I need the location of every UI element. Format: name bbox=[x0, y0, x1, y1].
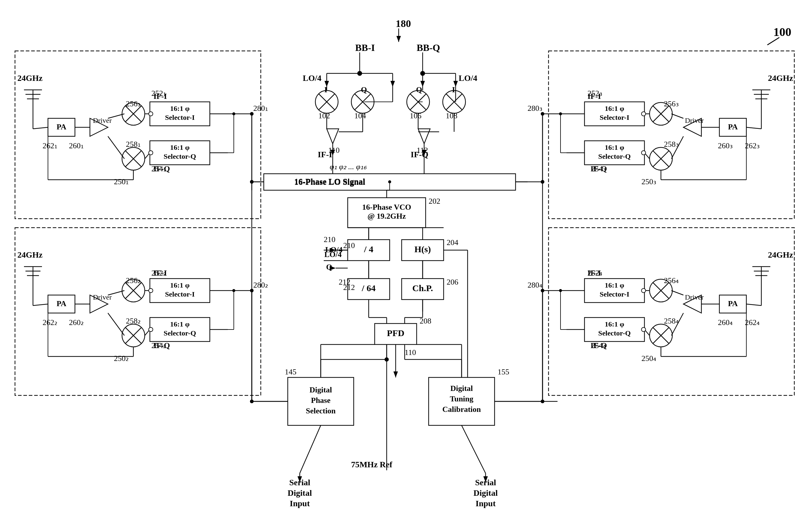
node-260-1: 260₁ bbox=[69, 141, 84, 150]
node-155: 155 bbox=[498, 368, 509, 376]
digital-tuning-cal-label3: Calibration bbox=[443, 405, 481, 414]
node-110-center: 110 bbox=[328, 146, 340, 155]
svg-point-241 bbox=[541, 289, 544, 292]
node-280-3: 280₃ bbox=[528, 104, 542, 113]
ant2-left-label: 24GHz bbox=[17, 250, 42, 260]
node-254-4: 254₄ bbox=[591, 341, 606, 350]
ref-180: 180 bbox=[396, 18, 411, 29]
node-250-3: 250₃ bbox=[641, 177, 656, 186]
selector-i-ch4-label: 16:1 φ bbox=[605, 281, 624, 289]
svg-point-224 bbox=[232, 112, 235, 115]
node-104: 104 bbox=[354, 111, 366, 120]
svg-rect-3 bbox=[0, 0, 809, 532]
ant1-left-label: 24GHz bbox=[17, 73, 42, 83]
bb-i-label: BB-I bbox=[355, 42, 375, 53]
i-right-label: I bbox=[452, 85, 455, 94]
node-254-1: 254₁ bbox=[151, 164, 166, 173]
svg-point-171 bbox=[641, 151, 646, 155]
svg-point-232 bbox=[559, 112, 562, 115]
selector-i-ch2-label: 16:1 φ bbox=[170, 281, 190, 289]
node-260-2: 260₂ bbox=[69, 318, 84, 327]
node-110-bottom: 110 bbox=[404, 348, 416, 357]
node-262-2: 262₂ bbox=[42, 318, 57, 327]
node-106: 106 bbox=[410, 111, 421, 120]
node-250-2: 250₂ bbox=[114, 354, 128, 363]
node-206: 206 bbox=[447, 278, 458, 286]
node-254-2: 254₂ bbox=[151, 341, 166, 350]
lo4-left-label: LO/4 bbox=[303, 73, 321, 83]
pa2-label: PA bbox=[57, 299, 67, 308]
svg-point-111 bbox=[149, 151, 153, 155]
selector-i-ch2-label2: Selector-I bbox=[165, 290, 194, 298]
div4-label: / 4 bbox=[364, 244, 374, 254]
digital-phase-sel-label2: Phase bbox=[311, 396, 331, 405]
node-260-4: 260₄ bbox=[718, 318, 733, 327]
selector-i-ch4-label2: Selector-I bbox=[600, 290, 629, 298]
node-204: 204 bbox=[447, 238, 458, 247]
hs-label: H(s) bbox=[415, 244, 431, 254]
selector-q-ch1-label2: Selector-Q bbox=[163, 153, 196, 160]
node-262-3: 262₃ bbox=[745, 141, 760, 150]
node-252-1: 252₁ bbox=[151, 89, 166, 97]
node-252-4: 252₄ bbox=[587, 269, 602, 278]
svg-point-170 bbox=[641, 112, 646, 116]
node-262-1: 262₁ bbox=[42, 141, 57, 150]
node-258-3: 258₃ bbox=[664, 140, 678, 148]
node-258-1: 258₁ bbox=[126, 140, 141, 148]
bb-q-label: BB-Q bbox=[417, 42, 440, 53]
sixteen-phase-lo-box-text: 16-Phase LO Signal bbox=[294, 177, 365, 186]
q-right-label: Q bbox=[416, 85, 422, 94]
node-202: 202 bbox=[429, 197, 440, 206]
serial-digital-input-right-label2: Digital bbox=[474, 488, 498, 498]
node-210-label: 210 bbox=[343, 241, 355, 250]
driver4-label: Driver bbox=[685, 293, 704, 301]
svg-point-247 bbox=[388, 180, 391, 183]
node-102: 102 bbox=[318, 111, 330, 120]
selector-q-ch4-label: 16:1 φ bbox=[605, 320, 624, 328]
digital-tuning-cal-label: Digital bbox=[450, 384, 473, 393]
node-252-2: 252₂ bbox=[151, 269, 166, 278]
selector-i-ch1-label: 16:1 φ bbox=[170, 105, 190, 112]
lo4-output-label: LO/4 bbox=[324, 250, 342, 259]
node-280-2: 280₂ bbox=[253, 281, 268, 289]
selector-i-ch1-label2: Selector-I bbox=[165, 113, 194, 121]
serial-digital-input-right-label3: Input bbox=[476, 499, 496, 508]
vco-freq-label: @ 19.2GHz bbox=[367, 212, 406, 220]
serial-digital-input-left-label3: Input bbox=[290, 499, 310, 508]
svg-point-140 bbox=[149, 288, 153, 292]
svg-point-237 bbox=[250, 112, 254, 116]
chp-label: Ch.P. bbox=[412, 283, 433, 293]
node-258-4: 258₄ bbox=[664, 317, 678, 325]
digital-phase-sel-label3: Selection bbox=[306, 407, 336, 415]
div64-label: / 64 bbox=[361, 283, 376, 293]
node-256-4: 256₄ bbox=[664, 276, 678, 285]
node-260-3: 260₃ bbox=[718, 141, 733, 150]
node-250-4: 250₄ bbox=[641, 354, 656, 363]
pfd-label: PFD bbox=[387, 328, 404, 338]
selector-q-ch1-label: 16:1 φ bbox=[170, 143, 190, 151]
selector-q-ch3-label: 16:1 φ bbox=[605, 143, 624, 151]
q-div-label: Q bbox=[326, 263, 332, 271]
svg-point-236 bbox=[559, 289, 562, 292]
node-210: 210 bbox=[324, 235, 335, 244]
selector-q-ch3-label2: Selector-Q bbox=[598, 153, 631, 160]
phi-phases: φ₁ φ₂ ... φ₁₆ bbox=[330, 162, 367, 171]
vco-label: 16-Phase VCO bbox=[362, 203, 411, 212]
node-250-1: 250₁ bbox=[114, 177, 128, 186]
q-left-label: Q bbox=[361, 85, 367, 94]
digital-tuning-cal-label2: Tuning bbox=[450, 394, 474, 403]
svg-point-110 bbox=[149, 112, 153, 116]
node-258-2: 258₂ bbox=[126, 317, 141, 325]
selector-q-ch2-label: 16:1 φ bbox=[170, 320, 190, 328]
selector-q-ch4-label2: Selector-Q bbox=[598, 329, 631, 337]
digital-phase-sel-label: Digital bbox=[309, 386, 332, 394]
diagram-container: 100 180 BB-I BB-Q LO/4 LO/4 102 104 106 … bbox=[0, 0, 809, 532]
node-108: 108 bbox=[446, 111, 458, 120]
svg-point-228 bbox=[232, 289, 235, 292]
lo4-right-label: LO/4 bbox=[459, 73, 477, 83]
pa1-label: PA bbox=[57, 123, 67, 131]
ant2-right-label: 24GHz bbox=[768, 250, 793, 260]
node-145: 145 bbox=[285, 368, 296, 376]
node-112: 112 bbox=[417, 146, 428, 155]
node-256-3: 256₃ bbox=[664, 100, 678, 108]
